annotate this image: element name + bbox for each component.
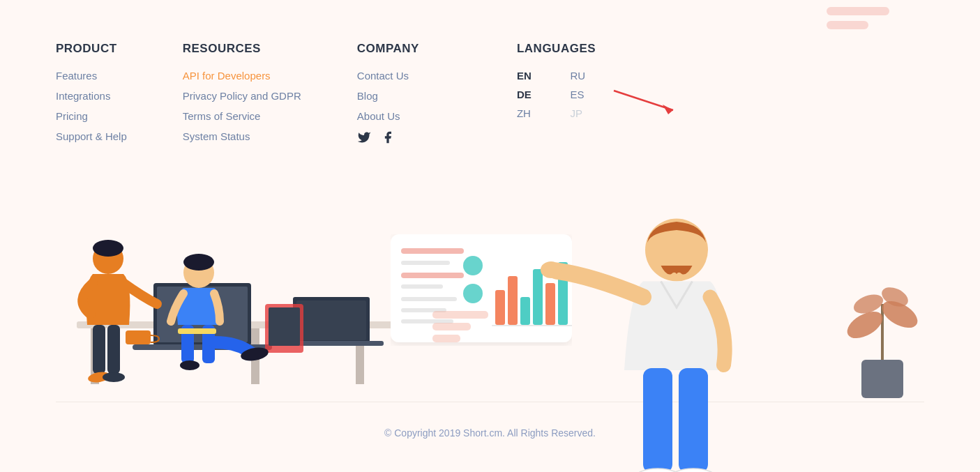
svg-rect-34 (401, 297, 457, 301)
svg-point-21 (103, 372, 125, 382)
company-column: COMPANY Contact Us Blog About Us (357, 42, 419, 151)
pricing-link[interactable]: Pricing (56, 110, 127, 122)
lang-es[interactable]: ES (571, 89, 596, 100)
lang-ru[interactable]: RU (571, 70, 596, 82)
languages-column: LANGUAGES EN RU DE ES ZH JP (517, 42, 596, 151)
bottom-deco-bars (432, 311, 488, 342)
languages-heading: LANGUAGES (517, 42, 596, 56)
svg-rect-30 (401, 248, 464, 254)
deco-bar-1 (827, 7, 889, 15)
blog-link[interactable]: Blog (357, 90, 419, 102)
deco-bars-top (827, 7, 889, 29)
svg-rect-10 (296, 300, 366, 340)
resources-heading: RESOURCES (183, 42, 301, 56)
svg-point-50 (670, 469, 716, 472)
status-link[interactable]: System Status (183, 130, 301, 142)
facebook-icon[interactable] (381, 130, 395, 148)
svg-rect-15 (126, 330, 151, 344)
languages-grid: EN RU DE ES ZH JP (517, 70, 596, 119)
terms-link[interactable]: Terms of Service (183, 110, 301, 122)
svg-marker-1 (663, 105, 673, 114)
lang-de[interactable]: DE (517, 89, 543, 100)
company-heading: COMPANY (357, 42, 419, 56)
twitter-icon[interactable] (357, 130, 371, 148)
svg-point-51 (541, 261, 561, 278)
footer: PRODUCT Features Integrations Pricing Su… (0, 0, 980, 459)
integrations-link[interactable]: Integrations (56, 90, 127, 102)
lang-zh[interactable]: ZH (517, 107, 543, 119)
resources-column: RESOURCES API for Developers Privacy Pol… (183, 42, 301, 151)
api-link[interactable]: API for Developers (183, 70, 301, 82)
contact-link[interactable]: Contact Us (357, 70, 419, 82)
deco-bar-2 (827, 21, 868, 29)
svg-rect-47 (643, 368, 672, 472)
about-link[interactable]: About Us (357, 110, 419, 122)
product-heading: PRODUCT (56, 42, 127, 56)
svg-point-49 (635, 469, 681, 472)
support-link[interactable]: Support & Help (56, 130, 127, 142)
arrow-annotation (607, 84, 691, 119)
svg-rect-27 (178, 328, 216, 334)
svg-rect-33 (401, 284, 443, 289)
svg-rect-13 (269, 307, 300, 346)
product-column: PRODUCT Features Integrations Pricing Su… (56, 42, 127, 151)
svg-point-28 (180, 360, 199, 370)
lang-en[interactable]: EN (517, 70, 543, 82)
people-illustration (35, 192, 439, 402)
svg-rect-48 (679, 368, 708, 472)
illustrations-area (56, 178, 924, 402)
svg-point-23 (183, 254, 214, 271)
svg-point-17 (93, 240, 123, 257)
svg-rect-19 (107, 325, 120, 374)
privacy-link[interactable]: Privacy Policy and GDPR (183, 90, 301, 102)
svg-point-38 (463, 284, 483, 303)
plant-illustration (840, 262, 924, 402)
svg-rect-52 (861, 360, 903, 398)
svg-point-37 (463, 256, 483, 275)
features-link[interactable]: Features (56, 70, 127, 82)
footer-columns: PRODUCT Features Integrations Pricing Su… (56, 42, 924, 151)
svg-rect-18 (93, 325, 105, 374)
lang-jp: JP (571, 107, 596, 119)
svg-rect-31 (401, 261, 450, 265)
presenter-illustration (499, 192, 813, 402)
svg-rect-32 (401, 273, 464, 278)
social-icons (357, 130, 419, 148)
